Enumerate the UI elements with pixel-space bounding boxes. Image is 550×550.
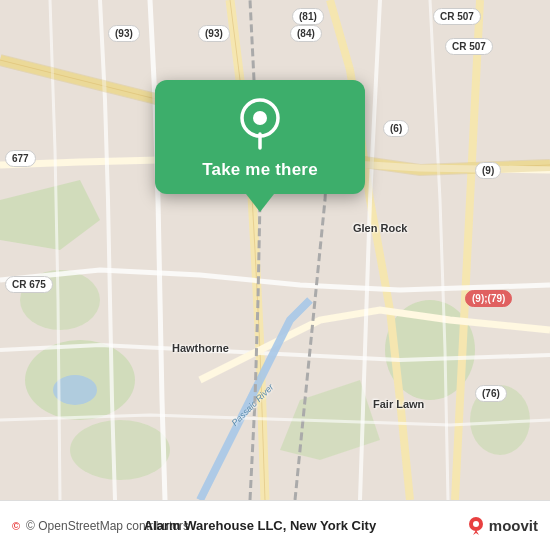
svg-point-6 — [70, 420, 170, 480]
road-label-9: (9) — [475, 162, 501, 179]
road-label-76: (76) — [475, 385, 507, 402]
place-label-hawthorne: Hawthorne — [172, 342, 229, 354]
place-label-glen-rock: Glen Rock — [353, 222, 407, 234]
road-label-cr507b: CR 507 — [445, 38, 493, 55]
map-container: (81) CR 507 CR 507 (93) (93) (84) 677 (6… — [0, 0, 550, 500]
moovit-text: moovit — [489, 517, 538, 534]
take-me-there-button[interactable]: Take me there — [202, 160, 318, 180]
road-label-93a: (93) — [108, 25, 140, 42]
road-label-81: (81) — [292, 8, 324, 25]
road-label-6b: (6) — [383, 120, 409, 137]
popup-card[interactable]: Take me there — [155, 80, 365, 194]
moovit-logo: moovit — [466, 516, 538, 536]
svg-point-12 — [473, 521, 479, 527]
road-label-9-79: (9);(79) — [465, 290, 512, 307]
location-pin-icon — [234, 98, 286, 150]
road-label-93b: (93) — [198, 25, 230, 42]
osm-attribution: © OpenStreetMap contributors — [26, 519, 189, 533]
bottom-bar: © © OpenStreetMap contributors moovit — [0, 500, 550, 550]
moovit-icon — [466, 516, 486, 536]
svg-point-10 — [253, 111, 267, 125]
bottom-left-section: © © OpenStreetMap contributors — [12, 519, 189, 533]
road-label-84: (84) — [290, 25, 322, 42]
road-label-cr507a: CR 507 — [433, 8, 481, 25]
road-label-cr675: CR 675 — [5, 276, 53, 293]
osm-logo: © — [12, 520, 20, 532]
place-label-fair-lawn: Fair Lawn — [373, 398, 424, 410]
road-label-677: 677 — [5, 150, 36, 167]
